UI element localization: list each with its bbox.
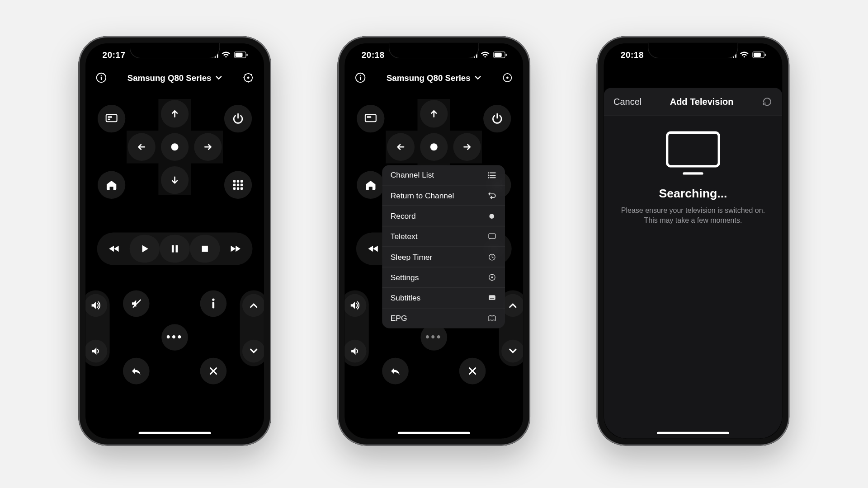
exit-button[interactable] (200, 358, 227, 385)
svg-rect-30 (202, 246, 208, 252)
forward-button[interactable] (220, 235, 250, 263)
home-indicator[interactable] (139, 432, 211, 434)
chevron-down-icon (215, 75, 222, 80)
svg-rect-38 (360, 77, 361, 80)
dpad-right[interactable] (194, 133, 222, 161)
menu-item-channel-list[interactable]: Channel List (382, 165, 505, 185)
info-icon[interactable] (352, 69, 368, 86)
svg-rect-25 (233, 188, 236, 190)
channel-down-button[interactable] (242, 340, 264, 363)
info-button[interactable] (200, 291, 227, 317)
dpad-right[interactable] (453, 133, 481, 161)
menu-item-return-channel[interactable]: Return to Channel (382, 186, 505, 206)
phone-remote-main: 20:17 Samsung Q80 Series (78, 36, 271, 446)
tv-icon (666, 131, 720, 168)
teletext-icon (487, 233, 496, 240)
modal-header: Cancel Add Television (604, 88, 783, 116)
dpad-down[interactable] (161, 166, 189, 194)
menu-item-settings[interactable]: Settings (382, 267, 505, 288)
power-button[interactable] (483, 105, 511, 132)
screen: 20:17 Samsung Q80 Series (85, 43, 264, 438)
volume-up-button[interactable] (344, 294, 366, 317)
svg-point-57 (488, 177, 489, 178)
input-source-button[interactable] (357, 105, 384, 132)
device-name: Samsung Q80 Series (127, 73, 212, 82)
device-selector[interactable]: Samsung Q80 Series (127, 73, 222, 82)
svg-rect-18 (108, 119, 110, 120)
play-button[interactable] (130, 235, 160, 263)
cancel-button[interactable]: Cancel (613, 96, 642, 107)
dpad-ok[interactable] (161, 133, 189, 161)
svg-rect-27 (241, 188, 243, 190)
status-time: 20:18 (621, 50, 644, 60)
home-button[interactable] (357, 171, 384, 199)
menu-item-teletext[interactable]: Teletext (382, 226, 505, 247)
home-indicator[interactable] (657, 432, 729, 434)
dpad-ok[interactable] (420, 133, 448, 161)
dpad-left[interactable] (387, 133, 415, 161)
svg-rect-66 (754, 53, 761, 57)
svg-point-4 (101, 75, 102, 76)
home-indicator[interactable] (398, 432, 470, 434)
menu-item-subtitles[interactable]: Subtitles (382, 288, 505, 308)
settings-icon[interactable] (499, 69, 516, 86)
apps-button[interactable] (224, 171, 252, 199)
svg-rect-17 (108, 116, 112, 117)
exit-button[interactable] (459, 358, 486, 385)
dpad (127, 99, 223, 195)
dots-icon: ••• (425, 331, 442, 343)
svg-rect-28 (172, 245, 174, 253)
input-source-button[interactable] (98, 105, 125, 132)
svg-rect-19 (233, 180, 236, 183)
menu-item-sleep-timer[interactable]: Sleep Timer (382, 247, 505, 267)
volume-up-button[interactable] (85, 294, 107, 317)
mute-button[interactable] (123, 291, 150, 317)
svg-point-55 (488, 172, 489, 174)
svg-rect-63 (488, 295, 495, 300)
device-selector[interactable]: Samsung Q80 Series (387, 73, 481, 82)
timer-icon (487, 253, 496, 261)
svg-rect-22 (233, 184, 236, 186)
back-button[interactable] (382, 358, 409, 385)
wifi-icon (221, 51, 231, 58)
svg-rect-41 (365, 114, 376, 122)
volume-down-button[interactable] (344, 340, 366, 363)
more-button[interactable]: ••• (161, 324, 188, 351)
home-button[interactable] (98, 171, 125, 199)
info-icon[interactable] (93, 69, 109, 86)
menu-item-epg[interactable]: EPG (382, 308, 505, 328)
header-bar: Samsung Q80 Series (85, 66, 264, 89)
subtitles-icon (487, 295, 496, 301)
status-time: 20:18 (362, 50, 385, 60)
notch (389, 43, 479, 59)
svg-rect-64 (490, 298, 494, 299)
dpad-left[interactable] (128, 133, 156, 161)
channel-up-button[interactable] (242, 294, 264, 317)
stop-button[interactable] (190, 235, 220, 263)
pause-button[interactable] (160, 235, 190, 263)
svg-rect-16 (106, 114, 117, 122)
dpad-up[interactable] (420, 100, 448, 127)
phone-add-tv: 20:18 Cancel Add Television Searching... (597, 36, 790, 446)
svg-rect-2 (246, 54, 248, 56)
power-button[interactable] (224, 105, 252, 132)
settings-icon[interactable] (240, 69, 257, 86)
svg-point-31 (212, 299, 214, 301)
channel-down-button[interactable] (501, 340, 523, 363)
svg-point-58 (489, 214, 494, 219)
svg-rect-20 (237, 180, 239, 183)
svg-rect-67 (765, 54, 766, 56)
volume-down-button[interactable] (85, 340, 107, 363)
svg-rect-34 (495, 53, 502, 57)
dpad-up[interactable] (161, 100, 189, 127)
menu-item-record[interactable]: Record (382, 206, 505, 226)
rewind-button[interactable] (99, 235, 130, 263)
svg-rect-32 (212, 302, 215, 309)
back-button[interactable] (123, 358, 150, 385)
svg-point-7 (247, 77, 250, 79)
status-time: 20:17 (103, 50, 126, 60)
modal-body: Searching... Please ensure your televisi… (604, 116, 783, 438)
refresh-button[interactable] (762, 96, 773, 107)
device-name: Samsung Q80 Series (387, 73, 471, 82)
screen: 20:18 Samsung Q80 Series (344, 43, 523, 438)
